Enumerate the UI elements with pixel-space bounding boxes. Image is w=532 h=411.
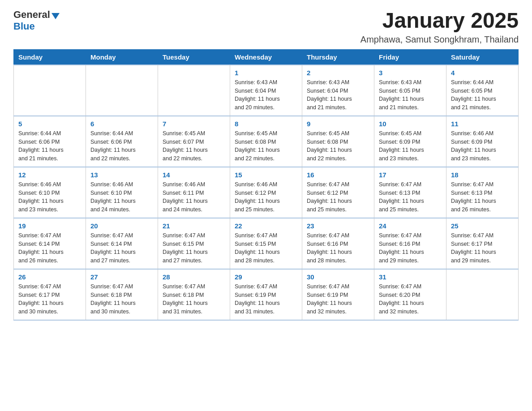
calendar-cell: 27Sunrise: 6:47 AMSunset: 6:18 PMDayligh…: [86, 269, 158, 320]
day-number: 29: [235, 273, 297, 281]
day-info: Sunrise: 6:45 AMSunset: 6:08 PMDaylight:…: [307, 129, 369, 163]
day-number: 25: [451, 222, 514, 230]
calendar-week-row: 12Sunrise: 6:46 AMSunset: 6:10 PMDayligh…: [14, 167, 519, 218]
day-number: 12: [18, 171, 81, 179]
day-info: Sunrise: 6:47 AMSunset: 6:18 PMDaylight:…: [163, 283, 225, 316]
logo-blue: Blue: [13, 21, 60, 32]
calendar-cell: 24Sunrise: 6:47 AMSunset: 6:16 PMDayligh…: [374, 218, 446, 269]
calendar-week-row: 5Sunrise: 6:44 AMSunset: 6:06 PMDaylight…: [14, 116, 519, 167]
calendar-cell: 31Sunrise: 6:47 AMSunset: 6:20 PMDayligh…: [374, 269, 446, 320]
day-number: 28: [163, 273, 225, 281]
day-info: Sunrise: 6:47 AMSunset: 6:12 PMDaylight:…: [307, 180, 369, 214]
day-number: 31: [379, 273, 442, 281]
location-title: Amphawa, Samut Songkhram, Thailand: [360, 34, 519, 45]
calendar-cell: 21Sunrise: 6:47 AMSunset: 6:15 PMDayligh…: [158, 218, 230, 269]
calendar-cell: 17Sunrise: 6:47 AMSunset: 6:13 PMDayligh…: [374, 167, 446, 218]
weekday-header-friday: Friday: [374, 49, 446, 65]
day-info: Sunrise: 6:46 AMSunset: 6:10 PMDaylight:…: [18, 180, 81, 214]
calendar-cell: 12Sunrise: 6:46 AMSunset: 6:10 PMDayligh…: [14, 167, 86, 218]
day-number: 30: [307, 273, 369, 281]
day-info: Sunrise: 6:46 AMSunset: 6:09 PMDaylight:…: [451, 129, 514, 163]
day-number: 3: [379, 69, 442, 77]
day-info: Sunrise: 6:46 AMSunset: 6:12 PMDaylight:…: [235, 180, 297, 214]
day-number: 10: [379, 120, 442, 128]
day-number: 16: [307, 171, 369, 179]
day-number: 7: [163, 120, 225, 128]
day-number: 14: [163, 171, 225, 179]
day-number: 23: [307, 222, 369, 230]
day-number: 13: [90, 171, 153, 179]
day-number: 21: [163, 222, 225, 230]
day-info: Sunrise: 6:43 AMSunset: 6:05 PMDaylight:…: [379, 78, 442, 112]
calendar-cell: 20Sunrise: 6:47 AMSunset: 6:14 PMDayligh…: [86, 218, 158, 269]
calendar-cell: 7Sunrise: 6:45 AMSunset: 6:07 PMDaylight…: [158, 116, 230, 167]
day-info: Sunrise: 6:45 AMSunset: 6:08 PMDaylight:…: [235, 129, 297, 163]
calendar-cell: 3Sunrise: 6:43 AMSunset: 6:05 PMDaylight…: [374, 65, 446, 116]
day-number: 8: [235, 120, 297, 128]
calendar-cell: 5Sunrise: 6:44 AMSunset: 6:06 PMDaylight…: [14, 116, 86, 167]
day-info: Sunrise: 6:47 AMSunset: 6:15 PMDaylight:…: [163, 231, 225, 265]
weekday-header-monday: Monday: [86, 49, 158, 65]
calendar-week-row: 19Sunrise: 6:47 AMSunset: 6:14 PMDayligh…: [14, 218, 519, 269]
calendar-cell: 26Sunrise: 6:47 AMSunset: 6:17 PMDayligh…: [14, 269, 86, 320]
weekday-header-thursday: Thursday: [302, 49, 374, 65]
day-info: Sunrise: 6:47 AMSunset: 6:16 PMDaylight:…: [307, 231, 369, 265]
day-number: 26: [18, 273, 81, 281]
day-info: Sunrise: 6:43 AMSunset: 6:04 PMDaylight:…: [307, 78, 369, 112]
day-info: Sunrise: 6:47 AMSunset: 6:13 PMDaylight:…: [451, 180, 514, 214]
calendar-cell: 16Sunrise: 6:47 AMSunset: 6:12 PMDayligh…: [302, 167, 374, 218]
day-number: 1: [235, 69, 297, 77]
day-info: Sunrise: 6:47 AMSunset: 6:19 PMDaylight:…: [307, 283, 369, 316]
weekday-header-wednesday: Wednesday: [230, 49, 302, 65]
calendar-cell: 4Sunrise: 6:44 AMSunset: 6:05 PMDaylight…: [446, 65, 519, 116]
day-number: 20: [90, 222, 153, 230]
day-info: Sunrise: 6:47 AMSunset: 6:15 PMDaylight:…: [235, 231, 297, 265]
calendar-cell: 2Sunrise: 6:43 AMSunset: 6:04 PMDaylight…: [302, 65, 374, 116]
calendar-cell: 9Sunrise: 6:45 AMSunset: 6:08 PMDaylight…: [302, 116, 374, 167]
calendar-cell: 6Sunrise: 6:44 AMSunset: 6:06 PMDaylight…: [86, 116, 158, 167]
day-number: 4: [451, 69, 514, 77]
day-number: 17: [379, 171, 442, 179]
page-header: General Blue January 2025 Amphawa, Samut…: [13, 9, 519, 45]
calendar-cell: 18Sunrise: 6:47 AMSunset: 6:13 PMDayligh…: [446, 167, 519, 218]
calendar-cell: 8Sunrise: 6:45 AMSunset: 6:08 PMDaylight…: [230, 116, 302, 167]
day-info: Sunrise: 6:46 AMSunset: 6:11 PMDaylight:…: [163, 180, 225, 214]
weekday-header-sunday: Sunday: [14, 49, 86, 65]
day-info: Sunrise: 6:45 AMSunset: 6:07 PMDaylight:…: [163, 129, 225, 163]
day-info: Sunrise: 6:47 AMSunset: 6:17 PMDaylight:…: [18, 283, 81, 316]
day-info: Sunrise: 6:47 AMSunset: 6:14 PMDaylight:…: [90, 231, 153, 265]
calendar-cell: 19Sunrise: 6:47 AMSunset: 6:14 PMDayligh…: [14, 218, 86, 269]
day-number: 11: [451, 120, 514, 128]
day-number: 5: [18, 120, 81, 128]
month-title: January 2025: [360, 9, 519, 33]
day-number: 9: [307, 120, 369, 128]
logo-general: General: [13, 9, 50, 21]
day-info: Sunrise: 6:47 AMSunset: 6:19 PMDaylight:…: [235, 283, 297, 316]
day-info: Sunrise: 6:47 AMSunset: 6:17 PMDaylight:…: [451, 231, 514, 265]
calendar-cell: 22Sunrise: 6:47 AMSunset: 6:15 PMDayligh…: [230, 218, 302, 269]
calendar-cell: [14, 65, 86, 116]
calendar-cell: 14Sunrise: 6:46 AMSunset: 6:11 PMDayligh…: [158, 167, 230, 218]
calendar-cell: 28Sunrise: 6:47 AMSunset: 6:18 PMDayligh…: [158, 269, 230, 320]
calendar-cell: [158, 65, 230, 116]
calendar-cell: 23Sunrise: 6:47 AMSunset: 6:16 PMDayligh…: [302, 218, 374, 269]
day-number: 27: [90, 273, 153, 281]
day-number: 6: [90, 120, 153, 128]
calendar-cell: 15Sunrise: 6:46 AMSunset: 6:12 PMDayligh…: [230, 167, 302, 218]
day-info: Sunrise: 6:46 AMSunset: 6:10 PMDaylight:…: [90, 180, 153, 214]
day-number: 18: [451, 171, 514, 179]
day-number: 15: [235, 171, 297, 179]
calendar-table: SundayMondayTuesdayWednesdayThursdayFrid…: [13, 49, 519, 321]
day-info: Sunrise: 6:47 AMSunset: 6:16 PMDaylight:…: [379, 231, 442, 265]
calendar-cell: 10Sunrise: 6:45 AMSunset: 6:09 PMDayligh…: [374, 116, 446, 167]
weekday-header-saturday: Saturday: [446, 49, 519, 65]
day-info: Sunrise: 6:45 AMSunset: 6:09 PMDaylight:…: [379, 129, 442, 163]
day-info: Sunrise: 6:43 AMSunset: 6:04 PMDaylight:…: [235, 78, 297, 112]
day-info: Sunrise: 6:44 AMSunset: 6:05 PMDaylight:…: [451, 78, 514, 112]
calendar-cell: 29Sunrise: 6:47 AMSunset: 6:19 PMDayligh…: [230, 269, 302, 320]
day-number: 19: [18, 222, 81, 230]
day-number: 24: [379, 222, 442, 230]
calendar-cell: 25Sunrise: 6:47 AMSunset: 6:17 PMDayligh…: [446, 218, 519, 269]
day-info: Sunrise: 6:47 AMSunset: 6:18 PMDaylight:…: [90, 283, 153, 316]
title-block: January 2025 Amphawa, Samut Songkhram, T…: [360, 9, 519, 45]
